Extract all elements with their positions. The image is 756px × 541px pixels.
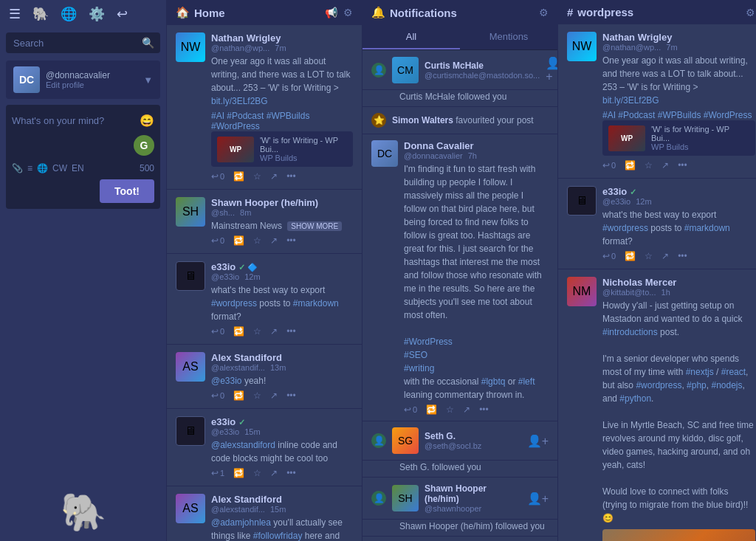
more-button[interactable]: ••• [678,251,687,261]
fav-button[interactable]: ☆ [253,468,261,478]
post-avatar: NW [567,32,597,61]
search-input[interactable] [13,38,137,49]
en-label[interactable]: EN [72,163,84,173]
notifications-title-text: Notifications [390,7,457,19]
tab-mentions[interactable]: Mentions [460,25,557,49]
notif-post-actions: ↩ 0 🔁 ☆ ↗ ••• [404,404,549,415]
elephant-icon[interactable]: 🐘 [32,6,49,22]
follow-action-icon[interactable]: 👤+ [546,56,557,83]
boost-button[interactable]: 🔁 [233,390,244,401]
chevron-down-icon[interactable]: ▼ [143,75,153,86]
avatar-placeholder: DC [13,66,40,93]
boost-button[interactable]: 🔁 [233,171,244,182]
more-button[interactable]: ••• [479,404,489,415]
search-icon: 🔍 [142,37,154,49]
reply-button[interactable]: ↩ 0 [404,404,417,415]
more-button[interactable]: ••• [286,468,296,478]
toot-button[interactable]: Toot! [100,179,154,203]
post-time: 7m [275,44,286,52]
more-button[interactable]: ••• [286,235,296,246]
preview-title: 'W' is for Writing - WP Bui... [260,136,347,154]
fav-button[interactable]: ☆ [446,404,454,415]
reply-button[interactable]: ↩ 0 [211,326,224,337]
boost-button[interactable]: 🔁 [233,468,244,478]
post-text: @e33io yeah! [211,374,353,387]
post-handle: @kittabit@to... 1h [602,288,676,297]
post-content: Nicholas Mercer @kittabit@to... 1h Howdy… [602,277,755,541]
emoji-icon[interactable]: 😄 [140,114,154,128]
fav-button[interactable]: ☆ [253,235,261,246]
follow-text-label: Curtis McHale followed you [399,92,506,102]
post-author: e33io ✓ [211,416,261,427]
compose-toolbar: 📎 ≡ 🌐 CW EN 500 [12,160,154,176]
wordpress-column: # wordpress ⚙ NW Nathan Wrigley @nathan@… [557,0,756,541]
star-icon: ⭐ [371,113,386,128]
share-button[interactable]: ↗ [270,235,278,246]
boost-button[interactable]: 🔁 [233,326,244,337]
share-button[interactable]: ↗ [270,390,278,401]
reply-button[interactable]: ↩ 0 [602,160,616,170]
announce-icon[interactable]: 📢 [325,7,337,18]
share-button[interactable]: ↗ [662,160,669,170]
boost-button[interactable]: 🔁 [426,404,437,415]
boost-button[interactable]: 🔁 [233,235,244,246]
settings-icon[interactable]: ⚙ [539,7,549,18]
reply-button[interactable]: ↩ 0 [211,171,224,182]
more-button[interactable]: ••• [286,390,296,401]
post-avatar: AS [176,494,205,523]
fav-button[interactable]: ☆ [645,160,653,170]
post-actions: ↩ 1 🔁 ☆ ↗ ••• [211,468,353,478]
notifications-column: 🔔 Notifications ⚙ All Mentions 👤 CM Curt… [362,0,557,541]
share-button[interactable]: ↗ [463,404,470,415]
compose-hint[interactable]: What's on your mind? [12,115,104,126]
fav-button[interactable]: ☆ [253,171,261,182]
post-handle: @nathan@wp... 7m [211,44,286,52]
logout-icon[interactable]: ↩ [117,6,128,22]
follow-action-icon[interactable]: 👤+ [527,434,549,448]
settings-icon[interactable]: ⚙ [746,7,755,18]
reply-button[interactable]: ↩ 0 [211,235,224,246]
tab-all[interactable]: All [362,25,460,49]
globe-small-icon[interactable]: 🌐 [37,163,48,173]
share-button[interactable]: ↗ [270,326,278,337]
share-button[interactable]: ↗ [270,171,278,182]
post-actions: ↩ 0 🔁 ☆ ↗ ••• [211,235,353,246]
fav-text: Simon Walters favourited your post [392,115,534,125]
reply-button[interactable]: ↩ 1 [211,468,224,478]
wordpress-column-actions: ⚙ [746,7,755,18]
post-card: NW Nathan Wrigley @nathan@wp... 7m One y… [558,24,756,179]
post-actions: ↩ 0 🔁 ☆ ↗ ••• [211,171,353,182]
gear-icon[interactable]: ⚙️ [89,6,105,22]
post-card: NW Nathan Wrigley @nathan@wp... 7m One y… [167,25,362,190]
more-button[interactable]: ••• [678,160,687,170]
post-header: Alex Standiford @alexstandif... 15m [211,494,353,514]
post-author: e33io ✓ 🔷 [211,261,261,272]
reply-button[interactable]: ↩ 0 [211,390,224,401]
cw-label[interactable]: CW [52,163,67,173]
fav-button[interactable]: ☆ [645,251,653,261]
share-button[interactable]: ↗ [662,251,669,261]
sidebar: ☰ 🐘 🌐 ⚙️ ↩ 🔍 DC @donnacavalier Edit prof… [0,0,166,541]
settings-icon[interactable]: ⚙ [343,7,353,18]
post-text: @alexstandiford inline code and code blo… [211,438,353,465]
menu-icon[interactable]: ☰ [9,6,21,22]
post-text: One year ago it was all about writing, a… [602,54,755,107]
boost-button[interactable]: 🔁 [625,251,636,261]
follow-action-icon[interactable]: 👤+ [527,492,549,506]
show-more-badge[interactable]: SHOW MORE [287,221,342,231]
fav-button[interactable]: ☆ [253,390,261,401]
wordpress-title-text: wordpress [577,6,633,18]
reply-button[interactable]: ↩ 0 [602,251,616,261]
notifications-column-title: 🔔 Notifications [371,6,533,19]
more-button[interactable]: ••• [286,171,296,182]
post-text: Mainstream News SHOW MORE [211,219,353,232]
more-button[interactable]: ••• [286,326,296,337]
attach-icon[interactable]: 📎 [12,163,23,173]
list-icon[interactable]: ≡ [27,163,32,173]
post-link[interactable]: bit.ly/3ELf2BG [211,96,268,106]
boost-button[interactable]: 🔁 [625,160,636,170]
profile-edit-link[interactable]: Edit profile [46,80,137,89]
globe-icon[interactable]: 🌐 [61,6,77,22]
share-button[interactable]: ↗ [270,468,278,478]
fav-button[interactable]: ☆ [253,326,261,337]
